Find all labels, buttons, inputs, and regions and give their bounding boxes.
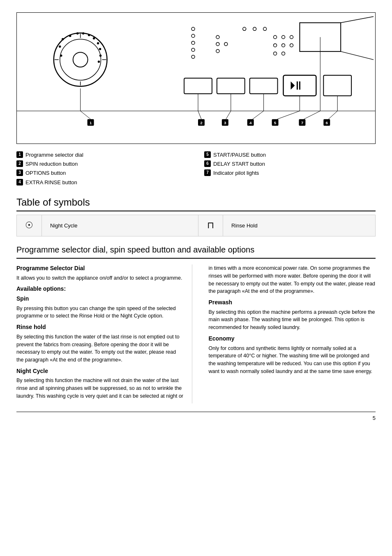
svg-point-34 <box>274 44 277 47</box>
page-number-value: 5 <box>373 415 376 421</box>
symbol-rinse-hold-label: Rinse Hold <box>223 215 376 236</box>
page: 1 2 3 4 5 7 6 1 Programme sele <box>0 0 392 434</box>
svg-line-60 <box>277 111 300 119</box>
badge-1: 1 <box>16 151 23 158</box>
svg-point-10 <box>60 55 62 56</box>
svg-point-29 <box>253 27 256 30</box>
svg-point-20 <box>191 34 195 37</box>
text-prewash: By selecting this option the machine per… <box>209 308 376 331</box>
legend-item-7: 7 Indicator pilot lights <box>204 169 376 177</box>
heading-night-cycle: Night Cycle <box>16 367 184 375</box>
svg-rect-49 <box>323 75 351 96</box>
two-col-content: Programme Selector Dial It allows you to… <box>16 264 376 403</box>
legend-text-1: Programme selector dial <box>25 151 83 159</box>
badge-5: 5 <box>204 151 211 158</box>
badge-2: 2 <box>16 160 23 167</box>
text-spin: By pressing this button you can change t… <box>16 305 184 320</box>
legend-item-4: 4 EXTRA RINSE button <box>16 179 188 186</box>
legend-left: 1 Programme selector dial 2 SPIN reducti… <box>16 151 188 188</box>
svg-text:3: 3 <box>224 120 226 125</box>
legend-text-6: DELAY START button <box>213 160 265 168</box>
svg-line-41 <box>341 51 374 60</box>
heading-rinse-hold: Rinse hold <box>16 323 184 331</box>
heading-economy: Economy <box>209 335 376 343</box>
svg-point-38 <box>282 52 285 55</box>
symbols-title: Table of symbols <box>16 195 376 212</box>
symbol-rinse-hold-icon: ⊓ <box>198 215 223 236</box>
badge-4: 4 <box>16 179 23 185</box>
section-night-cycle: Night Cycle By selecting this function t… <box>16 367 184 400</box>
col-left: Programme Selector Dial It allows you to… <box>16 264 192 403</box>
svg-line-56 <box>226 111 231 119</box>
svg-line-54 <box>198 111 201 119</box>
svg-text:7: 7 <box>301 120 304 125</box>
svg-point-31 <box>274 35 277 39</box>
symbols-table: ☉ Night Cycle ⊓ Rinse Hold <box>16 215 376 236</box>
legend-text-5: START/PAUSE button <box>213 151 266 159</box>
svg-point-12 <box>83 32 84 34</box>
svg-point-33 <box>290 35 293 39</box>
legend-item-3: 3 OPTIONS button <box>16 169 188 177</box>
badge-7: 7 <box>204 169 211 176</box>
svg-line-62 <box>304 111 320 119</box>
svg-point-11 <box>77 32 78 34</box>
heading-prewash: Prewash <box>209 299 376 307</box>
svg-point-14 <box>93 37 95 39</box>
section-economy: Economy Only for cottons and synthetic i… <box>209 335 376 375</box>
svg-point-15 <box>97 42 99 44</box>
svg-point-16 <box>99 48 101 50</box>
section-available-options: Available options: <box>16 285 184 293</box>
svg-point-37 <box>274 52 277 55</box>
svg-line-40 <box>341 16 374 23</box>
section-prewash: Prewash By selecting this option the mac… <box>209 299 376 331</box>
diagram-svg: 1 2 3 4 5 7 6 <box>17 13 375 144</box>
svg-line-64 <box>328 111 337 119</box>
legend: 1 Programme selector dial 2 SPIN reducti… <box>16 151 376 188</box>
text-rinse-hold: By selecting this function the water of … <box>16 333 184 364</box>
svg-point-23 <box>191 55 195 58</box>
section-programme-selector: Programme Selector Dial It allows you to… <box>16 264 184 282</box>
section-rinse-hold: Rinse hold By selecting this function th… <box>16 323 184 364</box>
svg-rect-43 <box>217 78 245 94</box>
text-programme-selector: It allows you to switch the appliance on… <box>16 274 184 282</box>
legend-item-1: 1 Programme selector dial <box>16 151 188 159</box>
svg-point-17 <box>100 55 101 56</box>
svg-point-19 <box>191 27 195 30</box>
text-night-cycle: By selecting this function the machine w… <box>16 377 184 400</box>
svg-line-58 <box>253 111 264 119</box>
svg-point-25 <box>216 42 219 46</box>
svg-rect-42 <box>184 78 212 94</box>
svg-point-26 <box>216 49 219 53</box>
legend-item-2: 2 SPIN reduction button <box>16 160 188 168</box>
legend-item-5: 5 START/PAUSE button <box>204 151 376 159</box>
symbol-night-cycle-icon: ☉ <box>17 215 42 236</box>
svg-point-9 <box>59 46 61 47</box>
svg-point-2 <box>73 52 88 67</box>
text-economy: Only for cottons and synthetic items lig… <box>209 345 376 375</box>
legend-text-7: Indicator pilot lights <box>213 169 259 177</box>
svg-point-21 <box>191 41 195 44</box>
svg-line-52 <box>81 111 91 119</box>
svg-point-18 <box>98 61 100 63</box>
badge-6: 6 <box>204 160 211 167</box>
svg-text:5: 5 <box>274 120 277 125</box>
svg-point-7 <box>69 35 71 37</box>
svg-text:6: 6 <box>325 120 328 125</box>
badge-3: 3 <box>16 169 23 176</box>
svg-point-30 <box>263 27 267 30</box>
svg-point-24 <box>216 35 219 39</box>
legend-text-3: OPTIONS button <box>25 169 66 177</box>
main-heading: Programme selector dial, spin speed butt… <box>16 244 376 259</box>
svg-text:2: 2 <box>200 120 203 125</box>
heading-available-options: Available options: <box>16 285 184 293</box>
symbol-night-cycle-label: Night Cycle <box>42 215 198 236</box>
section-spin: Spin By pressing this button you can cha… <box>16 295 184 320</box>
heading-programme-selector: Programme Selector Dial <box>16 264 184 273</box>
svg-point-28 <box>243 27 246 30</box>
svg-text:1: 1 <box>90 120 92 125</box>
svg-point-22 <box>191 48 195 51</box>
diagram-container: 1 2 3 4 5 7 6 <box>16 12 376 144</box>
svg-point-35 <box>282 44 285 47</box>
svg-point-0 <box>54 33 107 86</box>
svg-text:4: 4 <box>249 120 252 125</box>
